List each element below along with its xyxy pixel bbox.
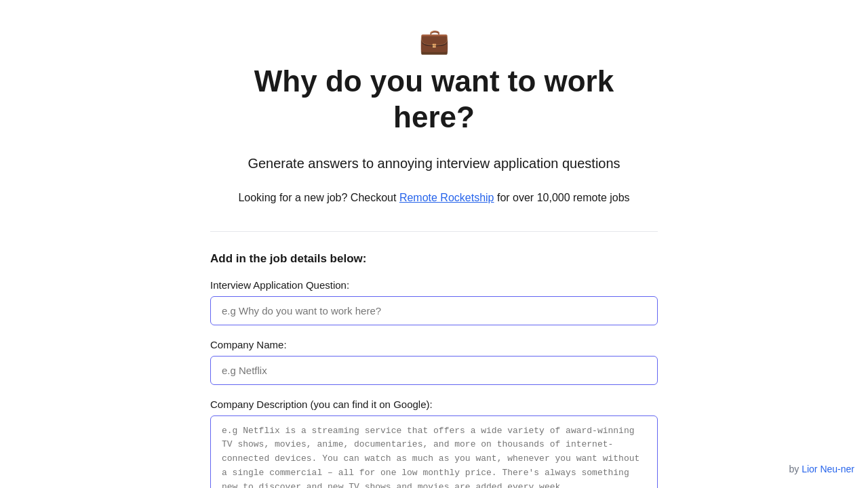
remote-rocketship-link[interactable]: Remote Rocketship [399, 192, 494, 203]
company-label: Company Name: [210, 339, 658, 350]
company-input[interactable] [210, 356, 658, 385]
remote-jobs-prefix: Looking for a new job? Checkout [238, 192, 399, 203]
author-link[interactable]: Lior Neu-ner [802, 464, 854, 474]
question-group: Interview Application Question: [210, 279, 658, 325]
question-input[interactable] [210, 296, 658, 325]
page-title: Why do you want to work here? [210, 64, 658, 136]
description-label: Company Description (you can find it on … [210, 399, 658, 410]
header-section: 💼 Why do you want to work here? Generate… [210, 27, 658, 204]
form-section-title: Add in the job details below: [210, 252, 658, 266]
description-textarea[interactable] [210, 415, 658, 488]
question-label: Interview Application Question: [210, 279, 658, 291]
remote-jobs-promo: Looking for a new job? Checkout Remote R… [210, 192, 658, 204]
description-group: Company Description (you can find it on … [210, 399, 658, 488]
briefcase-icon: 💼 [210, 27, 658, 56]
company-name-group: Company Name: [210, 339, 658, 385]
footer: by Lior Neu-ner [789, 464, 854, 474]
footer-prefix: by [789, 464, 802, 474]
remote-jobs-suffix: for over 10,000 remote jobs [494, 192, 630, 203]
subtitle-text: Generate answers to annoying interview a… [210, 156, 658, 171]
form-section: Add in the job details below: Interview … [210, 231, 658, 488]
